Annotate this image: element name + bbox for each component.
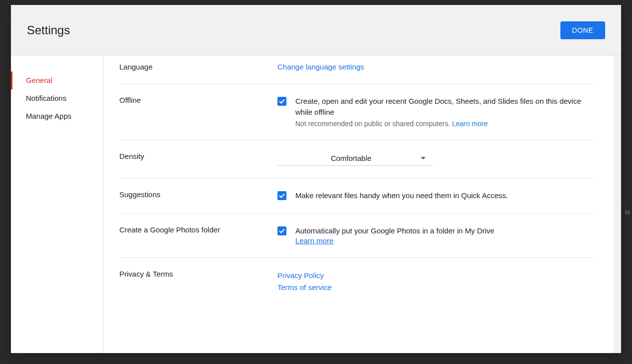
terms-of-service-link[interactable]: Terms of service	[277, 282, 595, 293]
label-photos-folder: Create a Google Photos folder	[119, 225, 277, 245]
photos-learn-more-link[interactable]: Learn more	[295, 236, 334, 245]
done-button[interactable]: DONE	[560, 21, 605, 39]
change-language-link[interactable]: Change language settings	[277, 63, 364, 71]
photos-folder-checkbox[interactable]	[277, 226, 286, 235]
privacy-policy-link[interactable]: Privacy Policy	[277, 270, 595, 282]
offline-learn-more-link[interactable]: Learn more	[452, 120, 488, 128]
check-icon	[278, 192, 285, 199]
photos-folder-description: Automatically put your Google Photos in …	[295, 225, 494, 236]
settings-content: Language Change language settings Offlin…	[103, 56, 621, 353]
label-language: Language	[119, 63, 277, 72]
density-value: Comfortable	[281, 154, 421, 162]
suggestions-description: Make relevant files handy when you need …	[295, 190, 508, 201]
offline-checkbox[interactable]	[277, 97, 286, 106]
modal-body: General Notifications Manage Apps Langua…	[11, 56, 621, 353]
label-privacy: Privacy & Terms	[119, 270, 277, 293]
check-icon	[278, 227, 285, 234]
label-offline: Offline	[119, 96, 277, 128]
settings-modal: Settings DONE General Notifications Mana…	[11, 5, 621, 353]
section-privacy: Privacy & Terms Privacy Policy Terms of …	[119, 258, 595, 305]
sidebar-item-general[interactable]: General	[11, 72, 103, 89]
chevron-down-icon	[421, 157, 426, 159]
offline-help-text: Not recommended on public or shared comp…	[295, 120, 452, 128]
section-photos-folder: Create a Google Photos folder Automatica…	[119, 214, 595, 258]
modal-title: Settings	[27, 23, 70, 37]
density-select[interactable]: Comfortable	[277, 152, 433, 166]
sidebar-item-notifications[interactable]: Notifications	[11, 89, 103, 107]
backdrop-text: to	[625, 209, 630, 216]
section-suggestions: Suggestions Make relevant files handy wh…	[119, 178, 595, 214]
suggestions-checkbox[interactable]	[277, 191, 286, 200]
backdrop-text: 487	[620, 200, 631, 208]
modal-header: Settings DONE	[11, 5, 621, 56]
settings-sidebar: General Notifications Manage Apps	[11, 56, 103, 353]
offline-description: Create, open and edit your recent Google…	[295, 96, 595, 118]
offline-help: Not recommended on public or shared comp…	[295, 120, 595, 128]
sidebar-item-manage-apps[interactable]: Manage Apps	[11, 107, 103, 125]
section-language: Language Change language settings	[119, 56, 595, 84]
section-density: Density Comfortable	[119, 140, 595, 178]
scrollbar[interactable]	[614, 56, 621, 353]
check-icon	[278, 98, 285, 105]
label-suggestions: Suggestions	[119, 190, 277, 201]
section-offline: Offline Create, open and edit your recen…	[119, 84, 595, 140]
label-density: Density	[119, 152, 277, 166]
